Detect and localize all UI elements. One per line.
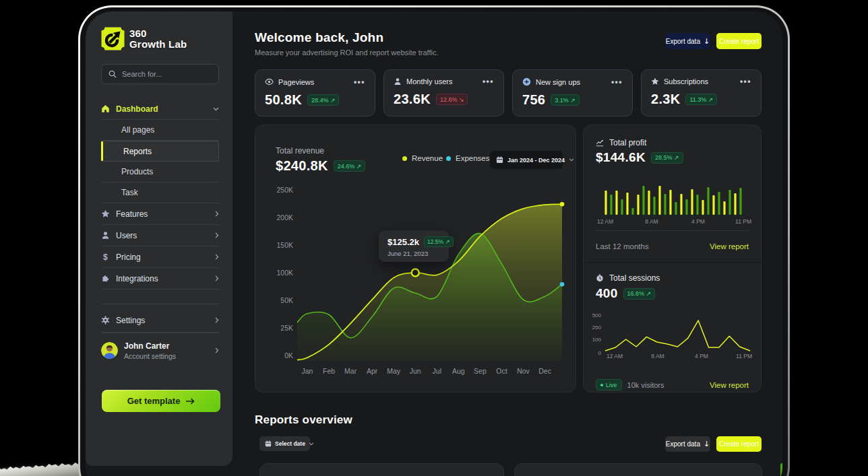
arrow-down-icon: ↓ xyxy=(704,440,710,448)
get-template-button[interactable]: Get template xyxy=(102,390,220,412)
brand-name: 360 Growth Lab xyxy=(129,28,187,50)
stat-card-subscriptions: Subscriptions ••• 2.3K 11.3% ↗ xyxy=(641,69,762,116)
brand-logo[interactable]: 360 Growth Lab xyxy=(101,27,187,50)
svg-text:200K: 200K xyxy=(276,213,293,222)
sidebar-item-integrations[interactable]: Integrations xyxy=(101,268,219,290)
svg-text:12 AM: 12 AM xyxy=(597,218,613,225)
select-date-button[interactable]: Select date xyxy=(259,436,310,451)
delta-badge: 11.3% ↗ xyxy=(685,94,717,105)
active-indicator xyxy=(101,141,103,161)
svg-text:8 AM: 8 AM xyxy=(645,218,658,225)
report-card-right xyxy=(514,463,762,476)
card-menu-button[interactable]: ••• xyxy=(354,80,365,84)
plus-circle-icon xyxy=(522,77,531,86)
sidebar-item-label: Task xyxy=(121,188,138,197)
sidebar-nav: Dashboard All pages Reports xyxy=(101,98,219,290)
sidebar-item-features[interactable]: Features xyxy=(101,203,219,225)
sidebar-item-label: Pricing xyxy=(116,252,209,262)
svg-text:250: 250 xyxy=(592,325,602,331)
stage: 360 Growth Lab Search for... xyxy=(0,0,868,476)
live-label: Live xyxy=(606,382,617,388)
puzzle-icon xyxy=(101,274,110,283)
svg-text:Jul: Jul xyxy=(433,367,441,375)
chevron-down-icon xyxy=(213,107,219,111)
stat-card-monthly-users: Monthly users ••• 23.6K 12.6% ↘ xyxy=(383,69,504,116)
sidebar-item-all-pages[interactable]: All pages xyxy=(101,120,219,141)
sidebar-item-label: Products xyxy=(121,167,153,176)
eye-icon xyxy=(265,77,274,86)
card-menu-button[interactable]: ••• xyxy=(740,79,751,83)
sidebar-item-products[interactable]: Products xyxy=(101,162,219,182)
delta-badge: 28.4% ↗ xyxy=(307,94,340,106)
svg-text:0: 0 xyxy=(598,350,602,356)
app-screen: 360 Growth Lab Search for... xyxy=(86,11,782,476)
sidebar-item-task[interactable]: Task xyxy=(101,182,219,203)
svg-text:4 PM: 4 PM xyxy=(691,218,705,225)
clock-icon xyxy=(596,274,604,282)
sidebar-item-label: Settings xyxy=(116,316,209,325)
chevron-right-icon xyxy=(215,347,219,353)
create-report-button[interactable]: Create report xyxy=(716,436,762,452)
sidebar-item-label: Dashboard xyxy=(116,104,207,114)
page-title: Welcome back, John xyxy=(255,30,383,45)
delta-badge: 3.1% ↗ xyxy=(551,94,580,106)
user-icon xyxy=(394,77,402,86)
stat-label: Subscriptions xyxy=(664,77,708,86)
svg-text:150K: 150K xyxy=(276,241,293,249)
profit-bar-chart: 12 AM8 AM4 PM11 PM xyxy=(584,180,761,234)
stat-value: 23.6K xyxy=(394,92,431,107)
calendar-icon xyxy=(265,440,272,447)
card-menu-button[interactable]: ••• xyxy=(483,79,494,83)
sessions-title: Total sessions xyxy=(609,273,660,283)
right-column-card: Total profit $144.6K 28.5% ↗ 12 AM8 AM4 … xyxy=(583,125,762,393)
chevron-right-icon xyxy=(215,232,219,238)
svg-text:12 AM: 12 AM xyxy=(607,353,623,360)
svg-text:100: 100 xyxy=(592,337,602,343)
sidebar-item-pricing[interactable]: $ Pricing xyxy=(101,246,219,268)
export-data-button[interactable]: Export data ↓ xyxy=(665,33,710,49)
svg-text:500: 500 xyxy=(592,312,602,318)
view-report-link[interactable]: View report xyxy=(710,381,749,389)
brand-name-line1: 360 xyxy=(129,28,187,39)
svg-text:8 AM: 8 AM xyxy=(651,353,664,360)
star-icon xyxy=(101,209,110,218)
create-report-button[interactable]: Create report xyxy=(716,33,762,49)
tablet-bezel: 360 Growth Lab Search for... xyxy=(80,7,788,476)
sidebar-item-label: All pages xyxy=(121,125,154,135)
chevron-right-icon xyxy=(215,317,219,323)
gear-icon xyxy=(101,316,110,325)
delta-badge: 12.5% ↗ xyxy=(424,236,454,247)
svg-text:0K: 0K xyxy=(284,351,293,360)
search-input[interactable]: Search for... xyxy=(101,64,219,84)
svg-text:11 PM: 11 PM xyxy=(735,218,751,225)
search-icon xyxy=(108,70,117,78)
svg-text:Apr: Apr xyxy=(367,367,378,375)
account-settings[interactable]: John Carter Account settings xyxy=(101,333,219,368)
svg-text:100K: 100K xyxy=(276,269,293,277)
desk-texture xyxy=(0,457,87,476)
user-icon xyxy=(101,231,110,240)
sidebar-item-reports[interactable]: Reports xyxy=(101,141,219,162)
sidebar-item-dashboard[interactable]: Dashboard xyxy=(101,98,219,120)
card-menu-button[interactable]: ••• xyxy=(611,80,623,84)
sidebar-item-settings[interactable]: Settings xyxy=(101,304,219,333)
total-revenue-card: Total revenue $240.8K 24.6% ↗ Revenue Ex… xyxy=(255,125,576,393)
chevron-right-icon xyxy=(215,211,219,217)
view-report-link[interactable]: View report xyxy=(710,242,749,250)
page-subtitle: Measure your advertising ROI and report … xyxy=(255,48,438,57)
svg-text:4 PM: 4 PM xyxy=(695,353,708,360)
tooltip-date: June 21, 2023 xyxy=(388,250,440,257)
svg-text:Oct: Oct xyxy=(496,367,507,375)
button-label: Export data xyxy=(666,440,700,448)
dollar-icon: $ xyxy=(101,252,110,261)
trend-chart-icon xyxy=(596,139,604,147)
report-card-left xyxy=(259,463,504,476)
profit-range-label: Last 12 months xyxy=(596,242,649,250)
svg-text:250K: 250K xyxy=(276,186,293,194)
profile-text: John Carter Account settings xyxy=(124,341,176,360)
stat-value: 50.8K xyxy=(265,92,302,108)
export-data-button[interactable]: Export data ↓ xyxy=(665,436,710,452)
tooltip-value: $125.2k xyxy=(388,237,419,247)
card-separator xyxy=(584,262,761,263)
sidebar-item-users[interactable]: Users xyxy=(101,225,219,246)
